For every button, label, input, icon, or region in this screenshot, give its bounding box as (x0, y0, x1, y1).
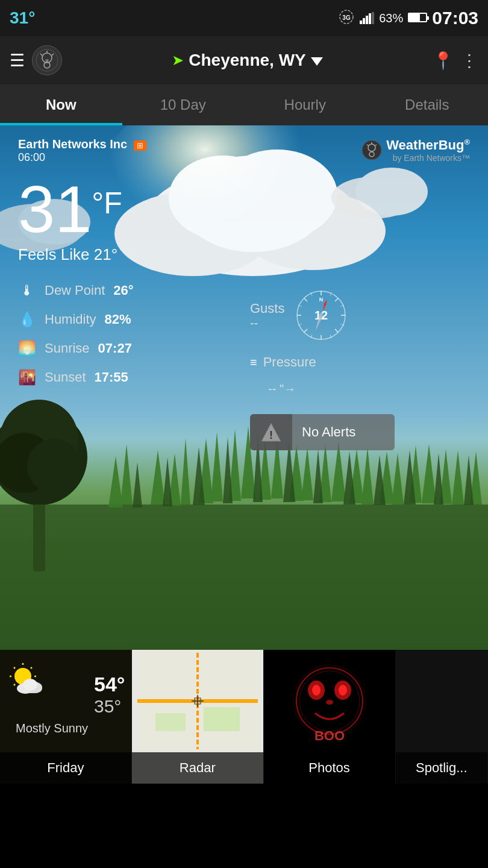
pressure-label: Pressure (263, 354, 316, 370)
station-name: Earth Networks Inc (18, 137, 127, 151)
dropdown-chevron-icon (311, 57, 323, 66)
no-alerts-button[interactable]: ! No Alerts (250, 414, 395, 450)
pressure-row: ≡ Pressure (250, 354, 470, 370)
friday-low-temp: 35° (94, 696, 125, 717)
svg-rect-4 (366, 16, 368, 24)
station-details: Earth Networks Inc ⊞ 06:00 (18, 137, 146, 164)
svg-rect-2 (360, 20, 362, 24)
sunset-icon: 🌇 (18, 369, 36, 386)
spotlight-tile-label: Spotlig... (396, 752, 487, 784)
sunset-value: 17:55 (95, 370, 128, 385)
more-options-icon[interactable]: ⋮ (461, 51, 478, 71)
tile-radar[interactable]: Radar (132, 650, 264, 784)
hamburger-menu-icon[interactable]: ☰ (10, 51, 25, 71)
svg-point-124 (339, 685, 347, 696)
tile-friday[interactable]: 54° 35° Mostly Sunny Friday (0, 650, 132, 784)
wind-compass-gauge: N 12 (294, 288, 348, 342)
svg-line-104 (14, 684, 15, 685)
friday-description: Mostly Sunny (16, 722, 88, 735)
tile-spotlight[interactable]: Spotlig... (396, 650, 488, 784)
weather-details-grid: 🌡 Dew Point 26° 💧 Humidity 82% 🌅 Sunrise… (18, 282, 470, 450)
rss-badge: ⊞ (134, 140, 146, 151)
thermometer-icon: 🌡 (18, 282, 36, 299)
svg-point-109 (23, 679, 37, 691)
svg-line-76 (335, 298, 338, 301)
main-temperature: 31 °F (18, 176, 470, 242)
svg-rect-3 (363, 18, 365, 24)
gusts-label: Gusts (250, 301, 284, 316)
svg-line-78 (335, 329, 338, 332)
signal-3g-icon: 3G (338, 8, 355, 28)
tile-photos[interactable]: BOO Photos (264, 650, 396, 784)
svg-line-103 (31, 667, 32, 668)
humidity-row: 💧 Humidity 82% (18, 311, 238, 328)
weather-info-overlay: Earth Networks Inc ⊞ 06:00 (0, 125, 488, 650)
dew-point-row: 🌡 Dew Point 26° (18, 282, 238, 299)
temperature-unit: °F (92, 188, 122, 218)
sunrise-value: 07:27 (98, 341, 132, 356)
svg-rect-6 (372, 12, 374, 24)
location-selector[interactable]: ➤ Cheyenne, WY (69, 51, 425, 70)
sunrise-label: Sunrise (45, 341, 90, 356)
sunset-row: 🌇 Sunset 17:55 (18, 369, 238, 386)
svg-point-125 (326, 700, 333, 705)
humidity-value: 82% (105, 312, 131, 327)
friday-high-temp: 54° (94, 673, 125, 696)
status-bar: 31° 3G 63% 07:03 (0, 0, 488, 36)
app-logo[interactable] (32, 45, 62, 75)
tab-hourly[interactable]: Hourly (244, 84, 366, 125)
dew-point-label: Dew Point (45, 283, 105, 298)
sunrise-icon: 🌅 (18, 340, 36, 357)
battery-icon (408, 10, 427, 26)
dew-point-value: 26° (113, 283, 133, 298)
tab-10day[interactable]: 10 Day (122, 84, 245, 125)
location-pin-icon[interactable]: 📍 (433, 51, 454, 71)
humidity-icon: 💧 (18, 311, 36, 328)
signal-bars-icon (360, 12, 374, 24)
city-name: Cheyenne, WY (189, 51, 305, 70)
pressure-bars-icon: ≡ (250, 356, 257, 370)
battery-percent: 63% (379, 11, 403, 25)
temperature-value: 31 (18, 176, 92, 242)
friday-tile-content: 54° 35° Mostly Sunny (0, 650, 131, 752)
tab-bar: Now 10 Day Hourly Details (0, 84, 488, 125)
friday-tile-label: Friday (0, 752, 131, 784)
sunset-label: Sunset (45, 370, 86, 385)
photos-tile-label: Photos (264, 752, 395, 784)
bottom-bar (0, 784, 488, 844)
current-temp-status: 31° (10, 8, 35, 28)
svg-point-14 (45, 59, 49, 61)
feels-like: Feels Like 21° (18, 245, 470, 264)
bottom-tiles: 54° 35° Mostly Sunny Friday (0, 650, 488, 784)
svg-line-80 (304, 329, 307, 332)
photos-tile-content: BOO (264, 650, 395, 752)
svg-rect-115 (155, 713, 186, 731)
gusts-row: Gusts -- (250, 288, 470, 342)
humidity-label: Humidity (45, 312, 96, 327)
svg-text:3G: 3G (343, 14, 351, 21)
svg-rect-114 (204, 707, 240, 731)
no-alerts-label: No Alerts (292, 424, 365, 440)
nav-bar: ☰ ➤ Cheyenne, WY 📍 ⋮ (0, 36, 488, 84)
weather-details-right: Gusts -- (250, 282, 470, 450)
time-display: 07:03 (432, 8, 478, 28)
gusts-value: -- (250, 316, 284, 330)
station-info-row: Earth Networks Inc ⊞ 06:00 (18, 137, 470, 164)
svg-line-82 (304, 298, 307, 301)
mostly-sunny-icon (8, 662, 46, 702)
svg-text:N: N (319, 297, 324, 303)
pressure-value: -- "→ (268, 382, 470, 396)
radar-tile-content (132, 650, 263, 752)
weatherbug-logo: WeatherBug® by Earth Networks™ (361, 137, 470, 164)
svg-text:!: ! (269, 429, 273, 441)
radar-tile-label: Radar (132, 752, 263, 784)
station-time: 06:00 (18, 151, 146, 164)
svg-line-102 (14, 667, 15, 668)
sunrise-row: 🌅 Sunrise 07:27 (18, 340, 238, 357)
svg-point-123 (312, 685, 321, 696)
weather-details-left: 🌡 Dew Point 26° 💧 Humidity 82% 🌅 Sunrise… (18, 282, 238, 450)
tab-now[interactable]: Now (0, 84, 122, 125)
tab-details[interactable]: Details (366, 84, 489, 125)
main-weather-panel: Earth Networks Inc ⊞ 06:00 (0, 125, 488, 650)
location-arrow-icon: ➤ (172, 52, 184, 69)
